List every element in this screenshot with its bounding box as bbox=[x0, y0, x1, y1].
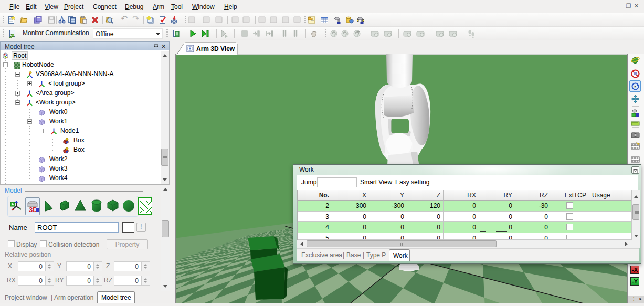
svg-text:Arm 3D View: Arm 3D View bbox=[196, 45, 235, 52]
svg-text:z: z bbox=[634, 85, 636, 89]
